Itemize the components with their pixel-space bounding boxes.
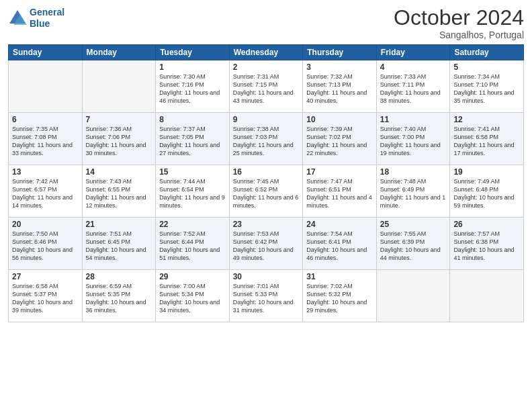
day-info: Sunrise: 7:51 AM Sunset: 6:45 PM Dayligh… — [86, 230, 152, 263]
day-number: 20 — [12, 220, 79, 229]
page-container: General Blue October 2024 Sangalhos, Por… — [0, 0, 532, 411]
day-info: Sunrise: 7:49 AM Sunset: 6:48 PM Dayligh… — [453, 177, 520, 210]
weekday-header-tuesday: Tuesday — [156, 45, 230, 60]
title-block: October 2024 Sangalhos, Portugal — [394, 7, 524, 40]
calendar-cell: 23Sunrise: 7:53 AM Sunset: 6:42 PM Dayli… — [229, 218, 303, 270]
day-info: Sunrise: 7:52 AM Sunset: 6:44 PM Dayligh… — [159, 230, 226, 263]
day-info: Sunrise: 7:34 AM Sunset: 7:10 PM Dayligh… — [453, 73, 520, 105]
calendar-cell — [9, 60, 83, 113]
calendar-cell: 14Sunrise: 7:43 AM Sunset: 6:55 PM Dayli… — [82, 165, 156, 218]
calendar-cell: 6Sunrise: 7:35 AM Sunset: 7:08 PM Daylig… — [9, 113, 83, 165]
weekday-header-friday: Friday — [376, 45, 450, 60]
calendar-cell: 19Sunrise: 7:49 AM Sunset: 6:48 PM Dayli… — [450, 165, 524, 218]
weekday-header-row: SundayMondayTuesdayWednesdayThursdayFrid… — [9, 45, 524, 60]
day-number: 27 — [12, 272, 79, 281]
calendar-cell: 13Sunrise: 7:42 AM Sunset: 6:57 PM Dayli… — [9, 165, 83, 218]
weekday-header-sunday: Sunday — [9, 45, 83, 60]
calendar-cell: 31Sunrise: 7:02 AM Sunset: 5:32 PM Dayli… — [303, 270, 377, 322]
calendar-cell: 12Sunrise: 7:41 AM Sunset: 6:58 PM Dayli… — [450, 113, 524, 165]
day-number: 3 — [306, 62, 373, 72]
week-row-2: 6Sunrise: 7:35 AM Sunset: 7:08 PM Daylig… — [9, 113, 524, 165]
day-number: 23 — [233, 220, 300, 229]
calendar-table: SundayMondayTuesdayWednesdayThursdayFrid… — [8, 44, 524, 322]
page-header: General Blue October 2024 Sangalhos, Por… — [8, 7, 524, 40]
calendar-cell: 16Sunrise: 7:45 AM Sunset: 6:52 PM Dayli… — [229, 165, 303, 218]
calendar-cell — [450, 270, 524, 322]
day-number: 14 — [86, 167, 152, 177]
day-info: Sunrise: 7:57 AM Sunset: 6:38 PM Dayligh… — [453, 230, 520, 263]
day-info: Sunrise: 7:50 AM Sunset: 6:46 PM Dayligh… — [12, 230, 79, 263]
day-info: Sunrise: 7:53 AM Sunset: 6:42 PM Dayligh… — [233, 230, 300, 263]
day-info: Sunrise: 7:43 AM Sunset: 6:55 PM Dayligh… — [86, 177, 152, 210]
calendar-cell: 29Sunrise: 7:00 AM Sunset: 5:34 PM Dayli… — [156, 270, 230, 322]
day-number: 10 — [306, 115, 373, 124]
calendar-cell: 25Sunrise: 7:55 AM Sunset: 6:39 PM Dayli… — [376, 218, 450, 270]
calendar-cell: 7Sunrise: 7:36 AM Sunset: 7:06 PM Daylig… — [82, 113, 156, 165]
calendar-cell: 11Sunrise: 7:40 AM Sunset: 7:00 PM Dayli… — [376, 113, 450, 165]
day-info: Sunrise: 7:45 AM Sunset: 6:52 PM Dayligh… — [233, 177, 300, 210]
day-info: Sunrise: 7:41 AM Sunset: 6:58 PM Dayligh… — [453, 125, 520, 158]
logo-icon — [8, 9, 27, 28]
calendar-cell: 3Sunrise: 7:32 AM Sunset: 7:13 PM Daylig… — [303, 60, 377, 113]
day-number: 30 — [233, 272, 300, 281]
day-number: 28 — [86, 272, 152, 281]
week-row-5: 27Sunrise: 6:58 AM Sunset: 5:37 PM Dayli… — [9, 270, 524, 322]
calendar-cell: 24Sunrise: 7:54 AM Sunset: 6:41 PM Dayli… — [303, 218, 377, 270]
day-number: 7 — [86, 115, 152, 124]
calendar-cell — [82, 60, 156, 113]
day-info: Sunrise: 6:58 AM Sunset: 5:37 PM Dayligh… — [12, 282, 79, 315]
day-number: 24 — [306, 220, 373, 229]
calendar-cell: 20Sunrise: 7:50 AM Sunset: 6:46 PM Dayli… — [9, 218, 83, 270]
day-number: 5 — [453, 62, 520, 72]
day-info: Sunrise: 7:48 AM Sunset: 6:49 PM Dayligh… — [380, 177, 447, 210]
day-number: 31 — [306, 272, 373, 281]
calendar-cell: 18Sunrise: 7:48 AM Sunset: 6:49 PM Dayli… — [376, 165, 450, 218]
weekday-header-thursday: Thursday — [303, 45, 377, 60]
day-info: Sunrise: 7:30 AM Sunset: 7:16 PM Dayligh… — [159, 73, 226, 105]
weekday-header-wednesday: Wednesday — [229, 45, 303, 60]
calendar-cell: 27Sunrise: 6:58 AM Sunset: 5:37 PM Dayli… — [9, 270, 83, 322]
day-info: Sunrise: 7:35 AM Sunset: 7:08 PM Dayligh… — [12, 125, 79, 158]
day-info: Sunrise: 7:32 AM Sunset: 7:13 PM Dayligh… — [306, 73, 373, 105]
day-info: Sunrise: 6:59 AM Sunset: 5:35 PM Dayligh… — [86, 282, 152, 315]
day-info: Sunrise: 7:02 AM Sunset: 5:32 PM Dayligh… — [306, 282, 373, 315]
calendar-cell: 15Sunrise: 7:44 AM Sunset: 6:54 PM Dayli… — [156, 165, 230, 218]
calendar-cell: 26Sunrise: 7:57 AM Sunset: 6:38 PM Dayli… — [450, 218, 524, 270]
calendar-cell: 30Sunrise: 7:01 AM Sunset: 5:33 PM Dayli… — [229, 270, 303, 322]
logo-text: General Blue — [30, 7, 64, 30]
week-row-1: 1Sunrise: 7:30 AM Sunset: 7:16 PM Daylig… — [9, 60, 524, 113]
day-number: 2 — [233, 62, 300, 72]
weekday-header-monday: Monday — [82, 45, 156, 60]
day-info: Sunrise: 7:00 AM Sunset: 5:34 PM Dayligh… — [159, 282, 226, 315]
logo-line1: General — [30, 7, 64, 18]
calendar-cell — [376, 270, 450, 322]
day-number: 12 — [453, 115, 520, 124]
day-number: 8 — [159, 115, 226, 124]
calendar-cell: 10Sunrise: 7:39 AM Sunset: 7:02 PM Dayli… — [303, 113, 377, 165]
calendar-cell: 9Sunrise: 7:38 AM Sunset: 7:03 PM Daylig… — [229, 113, 303, 165]
week-row-3: 13Sunrise: 7:42 AM Sunset: 6:57 PM Dayli… — [9, 165, 524, 218]
day-info: Sunrise: 7:54 AM Sunset: 6:41 PM Dayligh… — [306, 230, 373, 263]
day-info: Sunrise: 7:37 AM Sunset: 7:05 PM Dayligh… — [159, 125, 226, 158]
week-row-4: 20Sunrise: 7:50 AM Sunset: 6:46 PM Dayli… — [9, 218, 524, 270]
logo-line2: Blue — [30, 18, 64, 30]
month-title: October 2024 — [394, 7, 524, 28]
day-number: 6 — [12, 115, 79, 124]
calendar-cell: 2Sunrise: 7:31 AM Sunset: 7:15 PM Daylig… — [229, 60, 303, 113]
day-info: Sunrise: 7:44 AM Sunset: 6:54 PM Dayligh… — [159, 177, 226, 210]
day-info: Sunrise: 7:40 AM Sunset: 7:00 PM Dayligh… — [380, 125, 447, 158]
day-info: Sunrise: 7:47 AM Sunset: 6:51 PM Dayligh… — [306, 177, 373, 210]
calendar-cell: 8Sunrise: 7:37 AM Sunset: 7:05 PM Daylig… — [156, 113, 230, 165]
calendar-cell: 22Sunrise: 7:52 AM Sunset: 6:44 PM Dayli… — [156, 218, 230, 270]
calendar-cell: 21Sunrise: 7:51 AM Sunset: 6:45 PM Dayli… — [82, 218, 156, 270]
day-number: 15 — [159, 167, 226, 177]
day-info: Sunrise: 7:01 AM Sunset: 5:33 PM Dayligh… — [233, 282, 300, 315]
day-number: 29 — [159, 272, 226, 281]
calendar-cell: 17Sunrise: 7:47 AM Sunset: 6:51 PM Dayli… — [303, 165, 377, 218]
day-number: 16 — [233, 167, 300, 177]
day-number: 18 — [380, 167, 447, 177]
logo: General Blue — [8, 7, 64, 30]
day-number: 11 — [380, 115, 447, 124]
calendar-cell: 4Sunrise: 7:33 AM Sunset: 7:11 PM Daylig… — [376, 60, 450, 113]
calendar-cell: 5Sunrise: 7:34 AM Sunset: 7:10 PM Daylig… — [450, 60, 524, 113]
